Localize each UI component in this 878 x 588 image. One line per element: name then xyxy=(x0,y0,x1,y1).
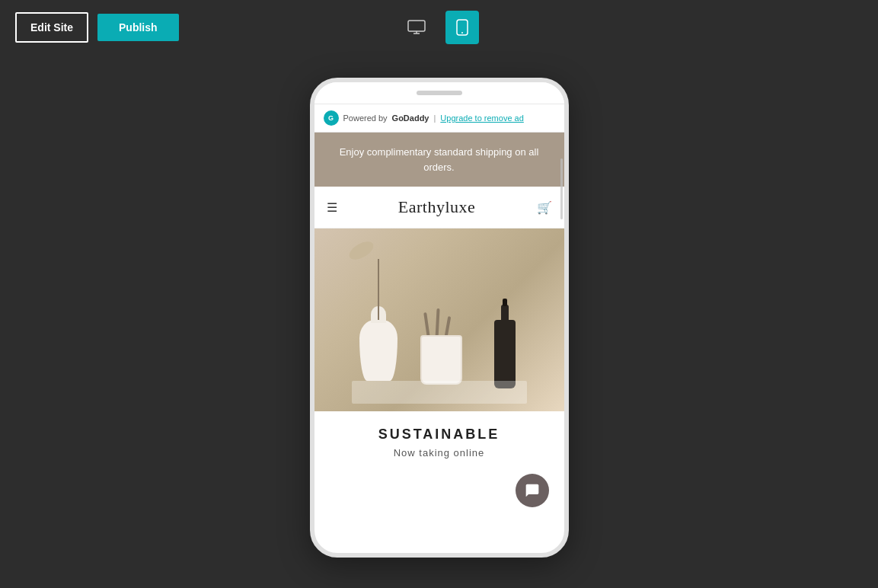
device-toggle xyxy=(400,11,479,44)
upgrade-link[interactable]: Upgrade to remove ad xyxy=(440,113,523,123)
bar-separator: | xyxy=(434,113,436,123)
phone-scrollbar[interactable] xyxy=(560,158,563,219)
godaddy-bar: G Powered by GoDaddy | Upgrade to remove… xyxy=(314,104,564,133)
phone-top-bar xyxy=(314,82,564,104)
sustainable-subtitle: Now taking online xyxy=(327,447,552,459)
svg-rect-0 xyxy=(408,21,425,31)
hero-image xyxy=(314,228,564,411)
godaddy-brand-text: GoDaddy xyxy=(392,113,429,123)
site-name: Earthyluxe xyxy=(398,197,476,217)
vase-decoration xyxy=(359,320,397,381)
phone-frame: G Powered by GoDaddy | Upgrade to remove… xyxy=(310,78,569,558)
brush-cup xyxy=(420,335,462,385)
plant-leaf xyxy=(346,238,375,263)
hamburger-menu-icon[interactable]: ☰ xyxy=(327,200,337,215)
sustainable-section: SUSTAINABLE Now taking online xyxy=(314,411,564,468)
shipping-banner: Enjoy complimentary standard shipping on… xyxy=(314,133,564,187)
site-header: ☰ Earthyluxe 🛒 xyxy=(314,187,564,228)
phone-container: G Powered by GoDaddy | Upgrade to remove… xyxy=(0,55,878,558)
phone-notch xyxy=(417,91,462,95)
publish-button[interactable]: Publish xyxy=(97,14,179,41)
product-surface xyxy=(352,381,527,404)
svg-point-4 xyxy=(461,32,463,34)
serum-bottle xyxy=(494,320,516,388)
shipping-banner-text: Enjoy complimentary standard shipping on… xyxy=(340,146,539,173)
plant-stem xyxy=(378,259,379,320)
sustainable-title: SUSTAINABLE xyxy=(327,427,552,443)
mobile-view-button[interactable] xyxy=(445,11,479,44)
bottle-neck xyxy=(501,305,509,321)
chat-button[interactable] xyxy=(516,474,549,507)
edit-site-button[interactable]: Edit Site xyxy=(15,12,88,43)
desktop-view-button[interactable] xyxy=(400,11,433,44)
powered-text: Powered by xyxy=(343,113,388,123)
cart-icon[interactable]: 🛒 xyxy=(537,200,552,215)
bottle-cap xyxy=(503,299,507,306)
product-scene xyxy=(352,236,527,404)
toolbar: Edit Site Publish xyxy=(0,0,878,55)
godaddy-logo-icon: G xyxy=(324,110,339,126)
